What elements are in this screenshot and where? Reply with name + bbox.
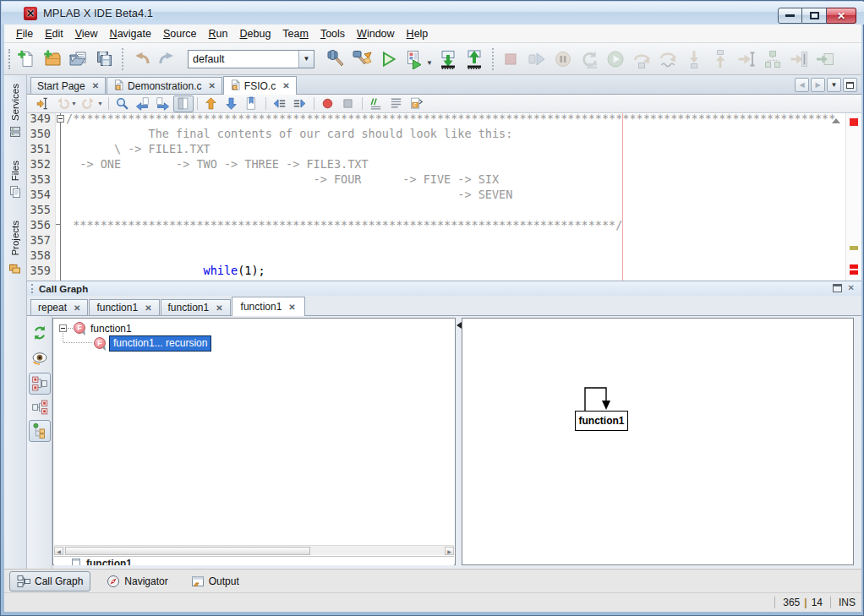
- record-macro-button[interactable]: [318, 95, 338, 112]
- close-button[interactable]: ✕: [827, 8, 856, 24]
- tree-expander[interactable]: [59, 324, 67, 332]
- view-button-output[interactable]: Output: [184, 572, 246, 591]
- menu-tools[interactable]: Tools: [314, 25, 351, 42]
- highlight-button[interactable]: [173, 95, 194, 112]
- shift-left-button[interactable]: [270, 95, 290, 112]
- menu-navigate[interactable]: Navigate: [104, 25, 157, 42]
- callgraph-tree-panel[interactable]: F function1 F function1... recursion ◀ ▶…: [52, 318, 456, 565]
- eye-button[interactable]: [29, 347, 51, 369]
- tab-list-dropdown-button[interactable]: ▼: [827, 78, 841, 92]
- close-tab-icon[interactable]: ✕: [208, 82, 215, 90]
- close-group-icon[interactable]: ✕: [848, 284, 855, 292]
- sidebar-tab-services[interactable]: Services: [8, 84, 22, 139]
- refresh-button[interactable]: [29, 322, 51, 344]
- program-device-button[interactable]: [436, 46, 461, 71]
- comment-button[interactable]: [366, 95, 386, 112]
- close-tab-icon[interactable]: ✕: [282, 82, 289, 90]
- tree-horizontal-scrollbar[interactable]: ◀ ▶: [54, 545, 454, 555]
- menu-help[interactable]: Help: [401, 25, 435, 42]
- toggle-bookmark-button[interactable]: [242, 95, 262, 112]
- main-toolbar: default▼▼: [4, 43, 861, 75]
- menu-run[interactable]: Run: [203, 25, 234, 42]
- tab-demonstration-c[interactable]: cDemonstration.c✕: [107, 77, 222, 94]
- menu-source[interactable]: Source: [157, 25, 203, 42]
- menu-file[interactable]: File: [10, 25, 39, 42]
- find-prev-button[interactable]: [133, 95, 153, 112]
- scroll-tabs-left-button[interactable]: ◀: [795, 78, 809, 92]
- find-button[interactable]: [112, 95, 133, 112]
- new-file-button[interactable]: [14, 46, 38, 71]
- maximize-button[interactable]: [802, 8, 827, 24]
- menu-edit[interactable]: Edit: [39, 25, 69, 42]
- chevron-down-icon[interactable]: ▼: [298, 51, 314, 68]
- redo-button[interactable]: [155, 46, 179, 71]
- close-tab-icon[interactable]: ✕: [92, 82, 99, 90]
- next-bookmark-button[interactable]: [221, 95, 242, 112]
- tab-start-page[interactable]: Start Page✕: [30, 77, 106, 94]
- tree-clipped-row[interactable]: function1: [54, 556, 454, 565]
- menu-team[interactable]: Team: [276, 25, 314, 42]
- menu-view[interactable]: View: [69, 25, 104, 42]
- jump-forward-button[interactable]: [79, 95, 99, 112]
- run-button[interactable]: [375, 46, 400, 71]
- minimize-button[interactable]: [778, 8, 802, 24]
- tree-node-selected[interactable]: function1... recursion: [109, 335, 211, 352]
- close-tab-icon[interactable]: ✕: [288, 303, 295, 312]
- menu-window[interactable]: Window: [351, 25, 400, 42]
- sidebar-tab-projects[interactable]: Projects: [8, 221, 22, 274]
- jump-back-button[interactable]: [52, 95, 73, 112]
- error-mark[interactable]: [850, 264, 858, 269]
- callgraph-tab-repeat[interactable]: repeat✕: [30, 299, 88, 315]
- scrollbar-thumb[interactable]: [65, 547, 310, 555]
- scroll-tabs-right-button[interactable]: ▶: [811, 78, 825, 92]
- debug-dropdown-caret-icon[interactable]: ▼: [426, 59, 433, 67]
- maximize-editor-button[interactable]: [843, 78, 857, 92]
- close-tab-icon[interactable]: ✕: [216, 303, 222, 313]
- error-mark[interactable]: [850, 118, 858, 126]
- tab-fsio-c[interactable]: cFSIO.c✕: [223, 76, 297, 95]
- stop-macro-button[interactable]: [338, 95, 358, 112]
- panel-drag-grip[interactable]: [31, 284, 34, 293]
- callgraph-tab-function1[interactable]: function1✕: [89, 299, 159, 315]
- treeview-button[interactable]: [29, 420, 51, 442]
- last-edit-button[interactable]: [32, 95, 52, 112]
- callees-button[interactable]: [29, 396, 51, 418]
- code-text[interactable]: /***************************************…: [66, 113, 835, 278]
- configuration-select[interactable]: default▼: [188, 50, 314, 68]
- code-editor[interactable]: 349 350 351 352 353 354 355 356 357 358 …: [27, 113, 861, 281]
- graph-node-function1[interactable]: function1: [575, 411, 628, 431]
- undo-button[interactable]: [129, 46, 153, 71]
- find-next-button[interactable]: [153, 95, 173, 112]
- prev-bookmark-button[interactable]: [201, 95, 221, 112]
- view-button-call-graph[interactable]: Call Graph: [9, 571, 90, 591]
- read-device-button[interactable]: [462, 46, 487, 71]
- build-button[interactable]: [323, 46, 347, 71]
- save-all-button[interactable]: [92, 46, 117, 71]
- fold-collapse-marker[interactable]: [57, 115, 64, 123]
- view-button-navigator[interactable]: Navigator: [100, 572, 174, 591]
- tree-node-root[interactable]: function1: [90, 323, 132, 335]
- title-bar[interactable]: ✕ MPLAB X IDE Beta4.1 ✕: [2, 2, 864, 25]
- callgraph-tab-function1[interactable]: function1✕: [161, 299, 231, 315]
- callers-button[interactable]: [29, 373, 51, 395]
- scroll-left-arrow-icon[interactable]: ◀: [54, 547, 63, 555]
- callgraph-canvas[interactable]: function1: [462, 318, 854, 565]
- close-tab-icon[interactable]: ✕: [74, 303, 80, 313]
- shift-right-button[interactable]: [290, 95, 310, 112]
- callgraph-tab-function1[interactable]: function1✕: [232, 297, 305, 316]
- header-source-button[interactable]: C: [407, 95, 427, 112]
- clean-build-button[interactable]: [349, 46, 374, 71]
- error-mark[interactable]: [850, 270, 858, 275]
- menu-debug[interactable]: Debug: [234, 25, 277, 42]
- uncomment-button[interactable]: [386, 95, 407, 112]
- debug-main-button[interactable]: [402, 46, 426, 71]
- close-tab-icon[interactable]: ✕: [145, 303, 151, 313]
- scroll-up-arrow-icon[interactable]: [832, 118, 840, 123]
- float-group-icon[interactable]: [833, 284, 842, 292]
- warning-mark[interactable]: [850, 246, 858, 250]
- callgraph-panel-header[interactable]: Call Graph ✕: [27, 281, 861, 296]
- open-project-button[interactable]: [66, 46, 90, 71]
- sidebar-tab-files[interactable]: Files: [8, 161, 22, 199]
- scroll-right-arrow-icon[interactable]: ▶: [445, 547, 454, 555]
- new-project-button[interactable]: [40, 46, 64, 71]
